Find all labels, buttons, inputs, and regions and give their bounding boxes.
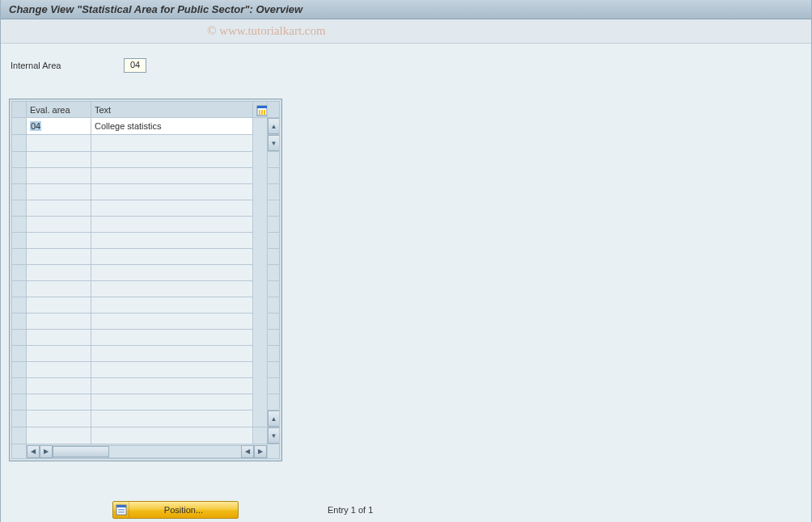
hscroll-right2[interactable]: ▶	[254, 445, 267, 458]
cell-text[interactable]	[91, 249, 253, 265]
table-row[interactable]	[12, 330, 280, 346]
cell-text[interactable]	[91, 135, 253, 152]
cell-text[interactable]: College statistics	[91, 118, 253, 135]
cell-eval[interactable]	[27, 346, 91, 362]
row-select-handle[interactable]	[12, 330, 27, 346]
cell-eval[interactable]	[27, 378, 91, 394]
col-header-eval[interactable]: Eval. area	[27, 102, 91, 118]
vscroll-track[interactable]: ▼	[268, 135, 280, 152]
table-row[interactable]	[12, 297, 280, 314]
cell-eval[interactable]	[27, 410, 91, 427]
row-select-handle[interactable]	[12, 118, 27, 135]
table-config-button[interactable]	[253, 102, 268, 118]
cell-text[interactable]	[91, 362, 253, 378]
hscroll-right[interactable]: ◀	[241, 445, 254, 458]
vscroll-track[interactable]	[268, 362, 280, 378]
cell-text[interactable]	[91, 314, 253, 330]
row-select-handle[interactable]	[12, 297, 27, 314]
row-select-handle[interactable]	[12, 135, 27, 152]
cell-eval[interactable]	[27, 168, 91, 184]
cell-eval[interactable]	[27, 427, 91, 444]
cell-eval[interactable]	[27, 135, 91, 152]
cell-text[interactable]	[91, 378, 253, 394]
cell-eval[interactable]	[27, 249, 91, 265]
cell-text[interactable]	[91, 184, 253, 200]
table-row[interactable]	[12, 378, 280, 394]
vscroll-track[interactable]	[268, 297, 280, 314]
hscroll-left[interactable]: ◀	[27, 445, 40, 458]
row-select-handle[interactable]	[12, 184, 27, 200]
vscroll-up2[interactable]: ▲	[268, 410, 280, 427]
table-row[interactable]	[12, 249, 280, 265]
cell-eval[interactable]	[27, 265, 91, 281]
cell-text[interactable]	[91, 233, 253, 249]
row-select-handle[interactable]	[12, 314, 27, 330]
table-row[interactable]: ▼	[12, 427, 280, 444]
cell-text[interactable]	[91, 265, 253, 281]
vscroll-track[interactable]	[268, 168, 280, 184]
vscroll-track[interactable]	[268, 265, 280, 281]
cell-eval[interactable]	[27, 297, 91, 314]
cell-text[interactable]	[91, 152, 253, 168]
row-select-handle[interactable]	[12, 217, 27, 233]
row-select-handle[interactable]	[12, 281, 27, 297]
vscroll-track[interactable]	[268, 330, 280, 346]
table-row[interactable]	[12, 168, 280, 184]
row-select-handle[interactable]	[12, 265, 27, 281]
table-row[interactable]	[12, 362, 280, 378]
cell-text[interactable]	[91, 427, 253, 444]
cell-text[interactable]	[91, 346, 253, 362]
row-select-handle[interactable]	[12, 233, 27, 249]
table-row[interactable]	[12, 314, 280, 330]
cell-eval[interactable]	[27, 217, 91, 233]
vscroll-track[interactable]	[268, 378, 280, 394]
vscroll-down[interactable]: ▼	[268, 427, 280, 444]
cell-eval[interactable]	[27, 281, 91, 297]
row-select-handle[interactable]	[12, 378, 27, 394]
row-select-handle[interactable]	[12, 346, 27, 362]
row-select-handle[interactable]	[12, 200, 27, 217]
table-row[interactable]	[12, 265, 280, 281]
vscroll-track[interactable]	[268, 200, 280, 217]
cell-text[interactable]	[91, 281, 253, 297]
table-row[interactable]	[12, 346, 280, 362]
select-all-handle[interactable]	[12, 102, 27, 118]
cell-text[interactable]	[91, 168, 253, 184]
row-select-handle[interactable]	[12, 427, 27, 444]
table-row[interactable]	[12, 184, 280, 200]
cell-eval[interactable]	[27, 362, 91, 378]
vscroll-track[interactable]	[268, 346, 280, 362]
cell-text[interactable]	[91, 200, 253, 217]
vscroll-track[interactable]	[268, 281, 280, 297]
row-select-handle[interactable]	[12, 168, 27, 184]
vscroll-track[interactable]	[268, 314, 280, 330]
row-select-handle[interactable]	[12, 362, 27, 378]
table-row[interactable]	[12, 152, 280, 168]
vscroll-track[interactable]	[268, 233, 280, 249]
vscroll-track[interactable]	[268, 217, 280, 233]
hscroll-track[interactable]	[53, 445, 241, 458]
internal-area-value[interactable]: 04	[124, 58, 146, 73]
cell-text[interactable]	[91, 330, 253, 346]
table-row[interactable]	[12, 217, 280, 233]
table-row[interactable]	[12, 281, 280, 297]
vscroll-track[interactable]	[268, 184, 280, 200]
table-row[interactable]	[12, 233, 280, 249]
cell-eval[interactable]: 04	[27, 118, 91, 135]
vscroll-track[interactable]	[268, 152, 280, 168]
cell-text[interactable]	[91, 217, 253, 233]
hscroll-thumb[interactable]	[53, 446, 109, 457]
table-row[interactable]: 04 College statistics ▲	[12, 118, 280, 135]
cell-eval[interactable]	[27, 200, 91, 217]
table-row[interactable]	[12, 394, 280, 410]
row-select-handle[interactable]	[12, 249, 27, 265]
row-select-handle[interactable]	[12, 394, 27, 410]
table-row[interactable]: ▲	[12, 410, 280, 427]
vscroll-track[interactable]	[268, 249, 280, 265]
cell-eval[interactable]	[27, 184, 91, 200]
table-row[interactable]	[12, 200, 280, 217]
cell-eval[interactable]	[27, 394, 91, 410]
vscroll-track[interactable]	[268, 394, 280, 410]
cell-text[interactable]	[91, 410, 253, 427]
row-select-handle[interactable]	[12, 152, 27, 168]
